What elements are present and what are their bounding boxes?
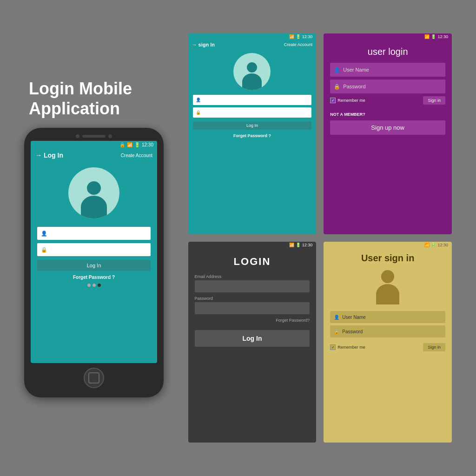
phone-fields: 👤 🔒 <box>31 223 157 260</box>
phone-topbar: → Log In Create Account <box>31 149 157 162</box>
dot-1 <box>87 284 91 287</box>
phone-top-bar <box>31 134 157 138</box>
purple-remember-label: Remember me <box>337 98 365 103</box>
dot-3-active <box>98 284 101 287</box>
teal-avatar-head <box>247 62 257 73</box>
purple-remember-row: ✓ Remember me Sign in <box>324 93 452 107</box>
yellow-password-label: Password <box>342 329 363 334</box>
dot-2 <box>93 284 96 287</box>
right-grid: 📶 🔋 12:30 → sign In Create Account <box>188 33 452 443</box>
yellow-avatar-body <box>376 284 399 304</box>
purple-battery-icon: 🔋 <box>431 34 436 39</box>
phone-bottom <box>31 363 157 391</box>
purple-password-label: Password <box>343 84 365 89</box>
lock-icon: 🔒 <box>119 142 125 147</box>
yellow-user-icon: 👤 <box>334 315 339 320</box>
teal-user-icon: 👤 <box>196 98 201 102</box>
teal-time: 12:30 <box>302 34 313 39</box>
yellow-fields: 👤 User Name 🔒 Password <box>324 307 452 341</box>
phone-login-button[interactable]: Log In <box>37 260 151 271</box>
phone-speaker <box>82 135 106 138</box>
purple-signal-icon: 📶 <box>424 34 430 39</box>
carousel-dots <box>31 284 157 290</box>
teal-statusbar: 📶 🔋 12:30 <box>188 33 317 40</box>
purple-username-label: User Name <box>343 67 369 73</box>
dark-statusbar: 📶 🔋 12:30 <box>188 242 317 248</box>
yellow-avatar-head <box>381 270 394 283</box>
teal-forget-password[interactable]: Forget Password ? <box>188 132 317 140</box>
purple-statusbar: 📶 🔋 12:30 <box>324 33 452 40</box>
dark-password-field[interactable] <box>195 302 310 314</box>
home-button[interactable] <box>84 368 104 388</box>
dark-email-field[interactable] <box>195 280 310 292</box>
teal-password-field[interactable]: 🔒 <box>193 107 312 118</box>
teal-username-field[interactable]: 👤 <box>193 95 312 105</box>
yellow-username-field[interactable]: 👤 User Name <box>330 311 445 323</box>
teal-avatar-body <box>242 73 262 90</box>
phone-camera <box>76 134 79 138</box>
time-display: 12:30 <box>142 142 153 147</box>
avatar-figure <box>78 181 110 218</box>
yellow-username-label: User Name <box>342 315 366 320</box>
lock-field-icon: 🔒 <box>41 247 47 253</box>
dark-password-label: Password <box>188 296 317 302</box>
screen-purple: 📶 🔋 12:30 user login 👤 User Name 🔒 Passw… <box>324 33 452 234</box>
purple-signin-button[interactable]: Sign in <box>423 96 445 105</box>
yellow-remember-label: Remember me <box>337 345 365 350</box>
avatar-head <box>87 181 101 195</box>
teal-topbar: → sign In Create Account <box>188 40 317 49</box>
purple-title: user login <box>324 40 452 63</box>
yellow-remember-left: ✓ Remember me <box>330 344 365 350</box>
page-title: Login Mobile Application <box>24 79 132 119</box>
purple-username-field[interactable]: 👤 User Name <box>330 63 445 77</box>
yellow-remember-row: ✓ Remember me Sign in <box>324 341 452 353</box>
purple-fields: 👤 User Name 🔒 Password <box>324 63 452 93</box>
yellow-password-field[interactable]: 🔒 Password <box>330 325 445 337</box>
login-arrow-icon: → <box>35 152 42 159</box>
screen-yellow: 📶 🔋 12:30 User sign in 👤 User Name 🔒 Pa <box>324 242 452 443</box>
purple-password-field[interactable]: 🔒 Password <box>330 79 445 93</box>
yellow-checkbox[interactable]: ✓ <box>330 344 336 350</box>
phone-statusbar: 🔒 📶 🔋 12:30 <box>31 141 157 149</box>
dark-forget-password[interactable]: Forget Password? <box>188 318 317 328</box>
phone-camera-2 <box>108 134 112 138</box>
teal-create-account[interactable]: Create Account <box>284 42 313 47</box>
screen-dark: 📶 🔋 12:30 LOGIN Email Address Password F… <box>188 242 317 443</box>
dark-login-title: LOGIN <box>188 248 317 274</box>
teal-battery-icon: 🔋 <box>296 34 301 39</box>
avatar-body <box>81 196 107 218</box>
purple-checkbox[interactable]: ✓ <box>330 98 336 103</box>
purple-user-icon: 👤 <box>334 67 340 73</box>
teal-login-button[interactable]: Log In <box>193 121 312 130</box>
dark-login-button[interactable]: Log In <box>195 330 310 347</box>
screen-teal: 📶 🔋 12:30 → sign In Create Account <box>188 33 317 234</box>
username-field[interactable]: 👤 <box>37 227 151 240</box>
purple-remember-left: ✓ Remember me <box>330 98 365 103</box>
yellow-avatar-area <box>324 267 452 307</box>
teal-avatar-area <box>188 49 317 93</box>
yellow-battery-icon: 🔋 <box>431 243 436 247</box>
phone-forget-password[interactable]: Forget Password ? <box>31 271 157 284</box>
home-button-inner <box>88 372 99 383</box>
phone-avatar-area <box>31 162 157 223</box>
main-container: Login Mobile Application 🔒 📶 🔋 12:30 <box>15 15 461 461</box>
purple-signup-button[interactable]: Sign up now <box>330 120 445 135</box>
create-account-link[interactable]: Create Account <box>121 153 152 158</box>
teal-topbar-title: → sign In <box>192 42 215 47</box>
purple-not-member: NOT A MEMBER? <box>324 107 452 119</box>
phone-screen: 🔒 📶 🔋 12:30 → Log In Create Account <box>31 141 157 363</box>
dark-email-label: Email Address <box>188 274 317 280</box>
yellow-statusbar: 📶 🔋 12:30 <box>324 242 452 248</box>
teal-arrow-icon: → <box>192 42 197 47</box>
yellow-lock-icon: 🔒 <box>334 329 339 334</box>
yellow-title: User sign in <box>324 248 452 267</box>
teal-avatar-circle <box>233 53 271 90</box>
left-side: Login Mobile Application 🔒 📶 🔋 12:30 <box>24 79 179 397</box>
password-field[interactable]: 🔒 <box>37 243 151 256</box>
battery-icon: 🔋 <box>134 142 140 147</box>
yellow-time: 12:30 <box>437 243 448 247</box>
dark-signal-icon: 📶 <box>289 243 294 247</box>
dark-time: 12:30 <box>302 243 313 247</box>
yellow-signin-button[interactable]: Sign in <box>423 343 445 351</box>
purple-lock-icon: 🔒 <box>334 84 340 90</box>
